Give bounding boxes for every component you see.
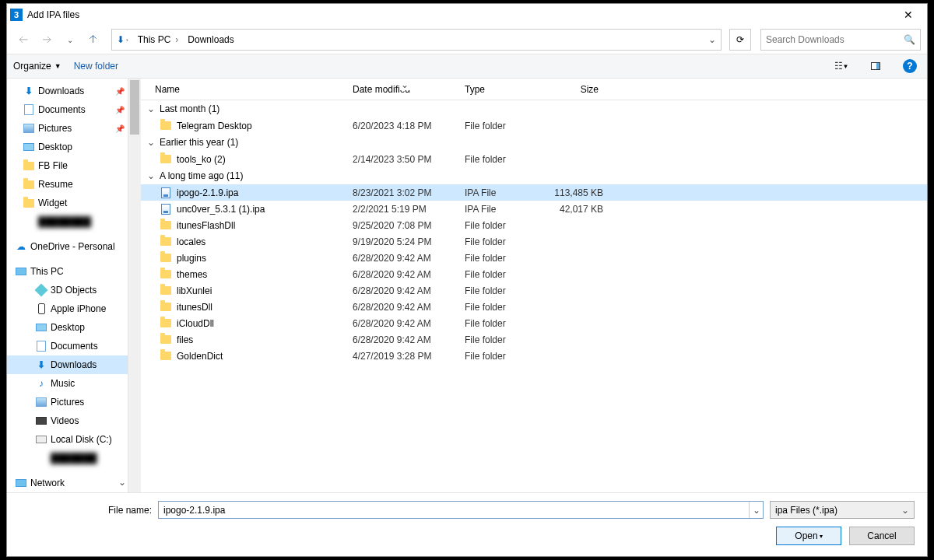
sidebar-item-desktop[interactable]: Desktop bbox=[7, 318, 128, 337]
chevron-down-icon: ⌄ bbox=[901, 505, 909, 516]
help-button[interactable]: ? bbox=[899, 57, 921, 75]
sort-indicator-icon: ⌄ bbox=[399, 79, 410, 90]
breadcrumb-thispc[interactable]: This PC› bbox=[133, 34, 184, 45]
sidebar-item-downloads[interactable]: ⬇Downloads📌 bbox=[7, 82, 128, 100]
video-icon bbox=[36, 417, 47, 425]
sidebar-item-videos[interactable]: Videos bbox=[7, 411, 128, 430]
sidebar-item-music[interactable]: ♪Music bbox=[7, 374, 128, 393]
file-row[interactable]: iCloudDll6/28/2020 9:42 AMFile folder bbox=[141, 315, 927, 331]
open-button[interactable]: Open ▾ bbox=[776, 527, 841, 545]
folder-icon bbox=[160, 155, 171, 163]
file-list: Name Date modified Type Size ⌄ ⌄Last mon… bbox=[141, 79, 927, 492]
chevron-down-icon: ⌄ bbox=[147, 103, 155, 114]
file-row[interactable]: files6/28/2020 9:42 AMFile folder bbox=[141, 331, 927, 348]
group-header[interactable]: ⌄A long time ago (11) bbox=[141, 167, 927, 184]
navigation-pane: ⬇Downloads📌Documents📌Pictures📌DesktopFB … bbox=[7, 79, 128, 492]
picture-icon bbox=[36, 397, 47, 407]
group-header[interactable]: ⌄Earlier this year (1) bbox=[141, 134, 927, 151]
file-row[interactable]: plugins6/28/2020 9:42 AMFile folder bbox=[141, 250, 927, 266]
filename-combobox[interactable]: ⌄ bbox=[158, 501, 764, 519]
file-row[interactable]: GoldenDict4/27/2019 3:28 PMFile folder bbox=[141, 348, 927, 364]
refresh-button[interactable]: ⟳ bbox=[729, 29, 751, 51]
column-size[interactable]: Size bbox=[549, 84, 606, 95]
sidebar-item-fb-file[interactable]: FB File bbox=[7, 156, 128, 175]
filename-history-dropdown[interactable]: ⌄ bbox=[749, 502, 763, 518]
sidebar-scrollbar[interactable] bbox=[128, 79, 141, 492]
sidebar-network[interactable]: Network bbox=[7, 474, 128, 492]
file-row[interactable]: itunesDll6/28/2020 9:42 AMFile folder bbox=[141, 299, 927, 315]
group-header[interactable]: ⌄Last month (1) bbox=[141, 100, 927, 117]
dialog-footer: File name: ⌄ ipa Files (*.ipa) ⌄ Open ▾ … bbox=[7, 492, 927, 556]
phone-icon bbox=[38, 303, 45, 314]
download-icon: ⬇ bbox=[37, 359, 45, 370]
column-headers: Name Date modified Type Size ⌄ bbox=[141, 79, 927, 100]
document-icon bbox=[24, 104, 33, 115]
up-button[interactable]: 🡡 bbox=[83, 30, 104, 50]
sidebar-this-pc[interactable]: This PC bbox=[7, 262, 128, 281]
folder-icon bbox=[23, 162, 34, 170]
ipa-file-icon bbox=[161, 187, 170, 198]
file-open-dialog: 3 Add IPA files ✕ 🡠 🡢 ⌄ 🡡 ⬇› This PC› Do… bbox=[6, 3, 928, 557]
download-icon: ⬇› bbox=[117, 34, 128, 45]
file-row[interactable]: libXunlei6/28/2020 9:42 AMFile folder bbox=[141, 282, 927, 299]
file-row[interactable]: themes6/28/2020 9:42 AMFile folder bbox=[141, 266, 927, 282]
search-box[interactable]: 🔍 bbox=[760, 29, 921, 51]
organize-menu[interactable]: Organize▼ bbox=[13, 61, 61, 72]
address-history-dropdown[interactable]: ⌄ bbox=[704, 30, 721, 50]
folder-icon bbox=[23, 180, 34, 189]
column-type[interactable]: Type bbox=[457, 84, 549, 95]
recent-locations-button[interactable]: ⌄ bbox=[60, 30, 80, 50]
column-name[interactable]: Name bbox=[141, 84, 345, 95]
cancel-button[interactable]: Cancel bbox=[849, 527, 915, 545]
address-bar[interactable]: ⬇› This PC› Downloads ⌄ bbox=[111, 29, 722, 51]
chevron-down-icon[interactable]: ⌄ bbox=[118, 477, 126, 488]
sidebar-item-apple-iphone[interactable]: Apple iPhone bbox=[7, 299, 128, 318]
file-row[interactable]: tools_ko (2)2/14/2023 3:50 PMFile folder bbox=[141, 151, 927, 167]
chevron-down-icon: ⌄ bbox=[147, 170, 155, 181]
sidebar-item-documents[interactable]: Documents📌 bbox=[7, 100, 128, 119]
scrollbar-thumb[interactable] bbox=[130, 80, 139, 135]
sidebar-item-desktop[interactable]: Desktop bbox=[7, 138, 128, 156]
preview-pane-button[interactable] bbox=[865, 57, 887, 75]
filename-label: File name: bbox=[19, 505, 152, 516]
sidebar-item-3d-objects[interactable]: 3D Objects bbox=[7, 281, 128, 299]
sidebar-item-widget[interactable]: Widget bbox=[7, 194, 128, 212]
folder-icon bbox=[160, 221, 171, 229]
file-row[interactable]: locales9/19/2020 5:24 PMFile folder bbox=[141, 233, 927, 250]
sidebar-blurred-item: ███████ bbox=[7, 449, 128, 467]
sidebar-item-pictures[interactable]: Pictures bbox=[7, 393, 128, 411]
view-options-button[interactable]: ☷ ▼ bbox=[830, 57, 852, 75]
filetype-filter[interactable]: ipa Files (*.ipa) ⌄ bbox=[770, 501, 915, 519]
app-icon: 3 bbox=[10, 9, 23, 21]
close-button[interactable]: ✕ bbox=[893, 4, 924, 26]
back-button[interactable]: 🡠 bbox=[13, 30, 33, 50]
search-input[interactable] bbox=[766, 34, 904, 45]
pc-icon bbox=[16, 268, 26, 275]
sidebar-item-local-disk-c-[interactable]: Local Disk (C:) bbox=[7, 430, 128, 449]
sidebar-onedrive[interactable]: ☁OneDrive - Personal bbox=[7, 237, 128, 256]
filename-input[interactable] bbox=[159, 505, 749, 516]
download-icon: ⬇ bbox=[25, 86, 33, 96]
file-row[interactable]: ipogo-2.1.9.ipa8/23/2021 3:02 PMIPA File… bbox=[141, 184, 927, 201]
new-folder-button[interactable]: New folder bbox=[74, 61, 118, 72]
file-row[interactable]: itunesFlashDll9/25/2020 7:08 PMFile fold… bbox=[141, 217, 927, 233]
folder-icon bbox=[23, 199, 34, 208]
folder-icon bbox=[160, 237, 171, 246]
folder-icon bbox=[160, 319, 171, 327]
breadcrumb-downloads[interactable]: Downloads bbox=[183, 34, 238, 45]
cloud-icon: ☁ bbox=[16, 241, 26, 252]
folder-icon bbox=[160, 303, 171, 311]
chevron-down-icon: ⌄ bbox=[147, 137, 155, 148]
3d-icon bbox=[35, 284, 48, 297]
sidebar-item-downloads[interactable]: ⬇Downloads bbox=[7, 355, 128, 374]
file-row[interactable]: Telegram Desktop6/20/2023 4:18 PMFile fo… bbox=[141, 117, 927, 134]
sidebar-item-documents[interactable]: Documents bbox=[7, 337, 128, 355]
sidebar-item-resume[interactable]: Resume bbox=[7, 175, 128, 194]
sidebar-item-pictures[interactable]: Pictures📌 bbox=[7, 119, 128, 138]
document-icon bbox=[37, 341, 46, 352]
pin-icon: 📌 bbox=[115, 87, 125, 96]
search-icon: 🔍 bbox=[904, 34, 915, 45]
file-row[interactable]: unc0ver_5.3.1 (1).ipa2/2/2021 5:19 PMIPA… bbox=[141, 201, 927, 217]
forward-button[interactable]: 🡢 bbox=[37, 30, 57, 50]
folder-icon bbox=[160, 352, 171, 360]
